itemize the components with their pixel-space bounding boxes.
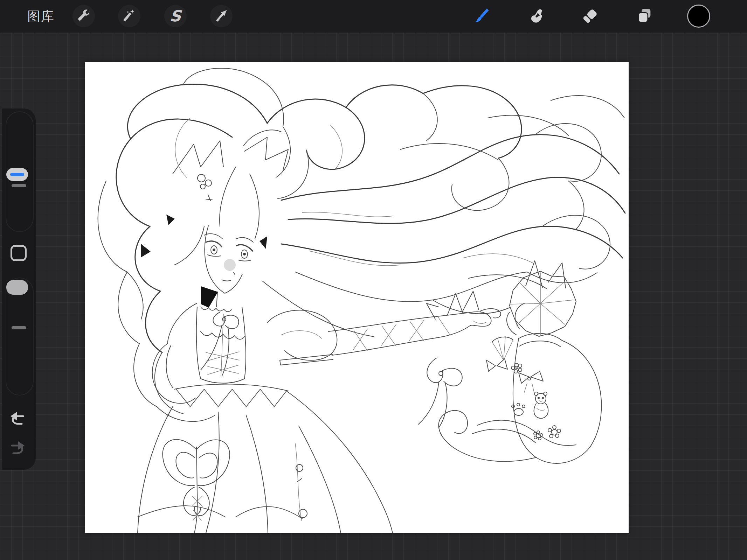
paint-brush-icon [472, 7, 491, 25]
artwork-butterfly-ornament [162, 440, 229, 533]
transform-arrow-icon [213, 8, 229, 24]
eraser-icon [581, 7, 599, 25]
opacity-tick [12, 326, 26, 329]
artwork-hair-texture [175, 118, 533, 266]
wrench-icon [76, 8, 92, 24]
undo-button[interactable] [8, 410, 27, 427]
adjustments-button[interactable] [118, 5, 140, 27]
sidebar-controls [2, 108, 36, 470]
color-swatch[interactable] [687, 5, 710, 28]
modify-button[interactable] [11, 245, 27, 261]
drawing-canvas[interactable] [85, 62, 629, 533]
smudge-finger-icon [527, 7, 545, 25]
layers-button[interactable] [633, 5, 656, 27]
opacity-slider[interactable] [6, 278, 34, 396]
redo-arrow-icon [8, 440, 27, 456]
brush-size-handle[interactable] [6, 168, 28, 181]
artwork-pouch [438, 261, 601, 463]
erase-tool-button[interactable] [579, 5, 601, 27]
transform-button[interactable] [210, 5, 233, 27]
selection-button[interactable]: S [164, 5, 187, 27]
layers-icon [635, 7, 653, 25]
artwork-arm [267, 291, 501, 428]
magic-wand-icon [121, 8, 137, 24]
actions-button[interactable] [72, 5, 95, 27]
paint-tool-button[interactable] [470, 5, 493, 27]
gallery-button[interactable]: 图库 [18, 0, 64, 33]
artwork-hair-ornament [198, 174, 212, 201]
smudge-tool-button[interactable] [525, 5, 547, 27]
brush-size-indicator [10, 173, 24, 176]
opacity-handle[interactable] [6, 280, 28, 295]
artwork-blush [224, 259, 236, 271]
undo-arrow-icon [8, 410, 27, 427]
redo-button[interactable] [8, 440, 27, 456]
top-toolbar: 图库 S [0, 0, 747, 33]
canvas-artwork [85, 62, 629, 533]
selection-s-icon: S [170, 8, 182, 24]
procreate-app: 图库 S [0, 0, 747, 560]
artwork-neck-shadow [201, 286, 218, 308]
artwork-hair-shadows [141, 215, 267, 257]
artwork-hair-outline [116, 84, 625, 352]
brush-size-tick [12, 184, 26, 187]
artwork-hair-strands [98, 68, 624, 421]
artwork-dress [138, 303, 393, 533]
